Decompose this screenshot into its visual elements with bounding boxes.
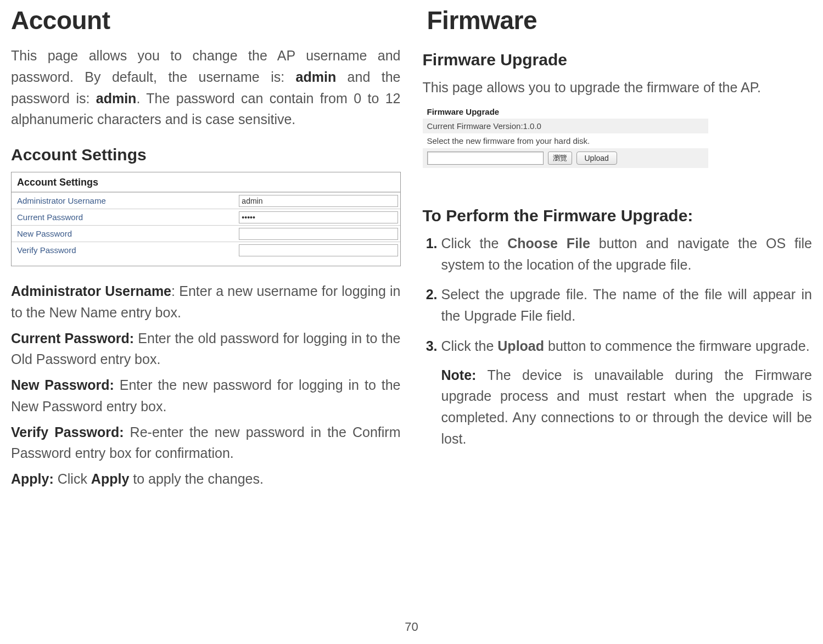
desc-new-pw-b: New Password:	[11, 377, 114, 393]
row-label: Administrator Username	[12, 193, 237, 209]
row-label: New Password	[12, 226, 237, 242]
step3-a: Click the	[441, 338, 498, 354]
upload-row: 瀏覽 Upload	[423, 148, 708, 168]
row-label: Current Password	[12, 209, 237, 226]
step-1: Click the Choose File button and navigat…	[441, 233, 813, 276]
desc-verify-pw: Verify Password: Re-enter the new passwo…	[11, 422, 401, 464]
firmware-title: Firmware	[423, 5, 813, 35]
current-password-input[interactable]	[239, 211, 397, 223]
browse-button[interactable]: 瀏覽	[548, 152, 572, 165]
desc-verify-pw-b: Verify Password:	[11, 424, 124, 440]
desc-new-pw: New Password: Enter the new password for…	[11, 374, 401, 417]
firmware-upgrade-heading: Firmware Upgrade	[423, 51, 813, 69]
account-settings-table: Account Settings Administrator Username …	[11, 172, 401, 266]
step3-c: button to commence the firmware upgrade.	[544, 338, 810, 354]
step-3: Click the Upload button to commence the …	[441, 335, 813, 450]
desc-apply-t2: to apply the changes.	[129, 471, 264, 486]
row-label: Verify Password	[12, 242, 237, 259]
step3-b: Upload	[497, 338, 544, 354]
account-intro: This page allows you to change the AP us…	[11, 45, 401, 130]
table-row: Administrator Username	[12, 193, 400, 209]
account-title: Account	[11, 5, 401, 35]
note-text: The device is unavailable during the Fir…	[441, 367, 813, 446]
intro-b1: admin	[296, 69, 337, 85]
table-row: Current Password	[12, 209, 400, 226]
desc-apply: Apply: Click Apply to apply the changes.	[11, 468, 401, 490]
admin-username-input[interactable]	[239, 195, 397, 207]
desc-apply-t1: Click	[54, 471, 91, 486]
firmware-version-row: Current Firmware Version:1.0.0	[423, 119, 708, 133]
desc-admin-user-b: Administrator Username	[11, 283, 171, 299]
table-row: Verify Password	[12, 242, 400, 259]
page-number: 70	[0, 620, 823, 634]
desc-current-pw-b: Current Password:	[11, 331, 134, 346]
desc-admin-user: Administrator Username: Enter a new user…	[11, 281, 401, 323]
desc-current-pw: Current Password: Enter the old password…	[11, 328, 401, 371]
firmware-intro: This page allows you to upgrade the firm…	[423, 77, 813, 98]
step-2: Select the upgrade file. The name of the…	[441, 284, 813, 327]
file-input[interactable]	[427, 152, 544, 165]
table-header: Account Settings	[12, 172, 400, 192]
new-password-input[interactable]	[239, 228, 397, 240]
step1-a: Click the	[441, 236, 508, 251]
step1-b: Choose File	[507, 236, 590, 251]
perform-upgrade-heading: To Perform the Firmware Upgrade:	[423, 206, 813, 225]
table-row: New Password	[12, 226, 400, 242]
account-settings-heading: Account Settings	[11, 145, 401, 164]
firmware-upgrade-panel: Firmware Upgrade Current Firmware Versio…	[423, 105, 708, 168]
panel-header: Firmware Upgrade	[423, 105, 708, 119]
note-label: Note:	[441, 367, 477, 383]
upload-button[interactable]: Upload	[576, 152, 617, 165]
desc-apply-b: Apply:	[11, 471, 54, 486]
verify-password-input[interactable]	[239, 244, 397, 256]
desc-apply-b2: Apply	[91, 471, 129, 486]
intro-b2: admin	[96, 91, 137, 106]
select-file-row: Select the new firmware from your hard d…	[423, 133, 708, 148]
